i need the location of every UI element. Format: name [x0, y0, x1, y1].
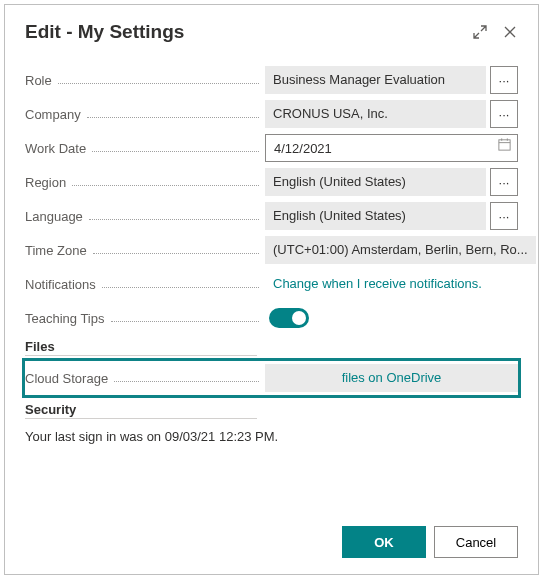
cloud-storage-label: Cloud Storage: [25, 371, 108, 386]
language-lookup-button[interactable]: ···: [490, 202, 518, 230]
ellipsis-icon: ···: [499, 73, 510, 88]
language-label: Language: [25, 209, 83, 224]
dialog-title: Edit - My Settings: [25, 21, 184, 43]
dialog-header: Edit - My Settings: [5, 5, 538, 51]
header-icons: [472, 24, 518, 40]
dialog-body: Role Business Manager Evaluation ··· Com…: [5, 51, 538, 512]
cloud-storage-highlight: Cloud Storage files on OneDrive: [22, 358, 521, 398]
teaching-tips-toggle[interactable]: [269, 308, 309, 328]
svg-rect-0: [499, 140, 510, 150]
ellipsis-icon: ···: [499, 209, 510, 224]
row-teaching-tips: Teaching Tips: [25, 301, 518, 335]
dialog-footer: OK Cancel: [5, 512, 538, 574]
role-label: Role: [25, 73, 52, 88]
row-language: Language English (United States) ···: [25, 199, 518, 233]
cancel-button[interactable]: Cancel: [434, 526, 518, 558]
region-lookup-button[interactable]: ···: [490, 168, 518, 196]
company-label: Company: [25, 107, 81, 122]
expand-icon[interactable]: [472, 24, 488, 40]
time-zone-label: Time Zone: [25, 243, 87, 258]
company-lookup-button[interactable]: ···: [490, 100, 518, 128]
time-zone-field[interactable]: (UTC+01:00) Amsterdam, Berlin, Bern, Ro.…: [265, 236, 536, 264]
row-notifications: Notifications Change when I receive noti…: [25, 267, 518, 301]
calendar-icon[interactable]: [497, 134, 512, 162]
close-icon[interactable]: [502, 24, 518, 40]
role-lookup-button[interactable]: ···: [490, 66, 518, 94]
row-region: Region English (United States) ···: [25, 165, 518, 199]
notifications-label: Notifications: [25, 277, 96, 292]
notifications-link[interactable]: Change when I receive notifications.: [265, 270, 518, 298]
row-work-date: Work Date 4/12/2021: [25, 131, 518, 165]
last-sign-in-text: Your last sign in was on 09/03/21 12:23 …: [25, 429, 518, 444]
company-field[interactable]: CRONUS USA, Inc.: [265, 100, 486, 128]
language-field[interactable]: English (United States): [265, 202, 486, 230]
teaching-tips-label: Teaching Tips: [25, 311, 105, 326]
row-cloud-storage: Cloud Storage files on OneDrive: [25, 363, 518, 393]
work-date-label: Work Date: [25, 141, 86, 156]
cloud-storage-field[interactable]: files on OneDrive: [265, 364, 518, 392]
role-field[interactable]: Business Manager Evaluation: [265, 66, 486, 94]
ok-button[interactable]: OK: [342, 526, 426, 558]
row-time-zone: Time Zone (UTC+01:00) Amsterdam, Berlin,…: [25, 233, 518, 267]
ellipsis-icon: ···: [499, 175, 510, 190]
my-settings-dialog: Edit - My Settings Role Business Manager…: [4, 4, 539, 575]
work-date-field[interactable]: 4/12/2021: [265, 134, 518, 162]
region-field[interactable]: English (United States): [265, 168, 486, 196]
files-section-header: Files: [25, 339, 257, 356]
region-label: Region: [25, 175, 66, 190]
row-role: Role Business Manager Evaluation ···: [25, 63, 518, 97]
security-section-header: Security: [25, 402, 257, 419]
row-company: Company CRONUS USA, Inc. ···: [25, 97, 518, 131]
ellipsis-icon: ···: [499, 107, 510, 122]
